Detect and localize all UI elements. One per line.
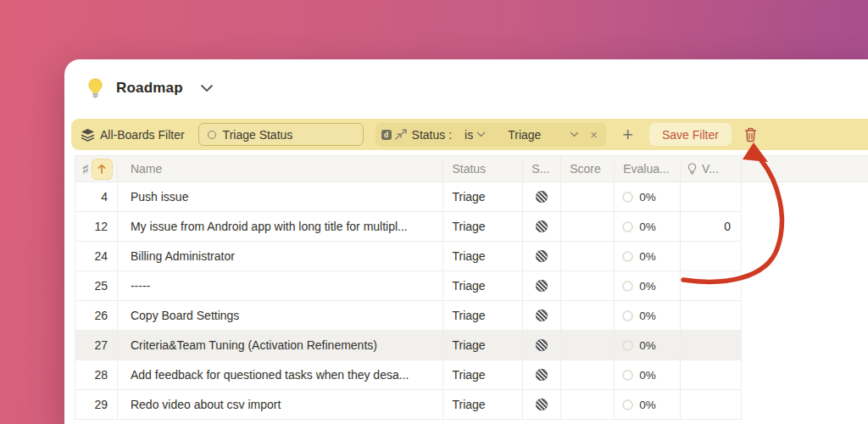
row-id-cell: 12: [75, 212, 118, 241]
table-row[interactable]: 24 Billing Administrator Triage 0%: [75, 242, 742, 271]
score-cell[interactable]: [561, 182, 615, 211]
progress-ring-icon: [622, 399, 633, 410]
status-cell[interactable]: Triage: [443, 360, 523, 389]
value-cell[interactable]: [681, 390, 742, 419]
evaluation-cell[interactable]: 0%: [615, 390, 681, 419]
row-id-cell: 29: [75, 390, 118, 419]
row-id-cell: 25: [75, 271, 118, 300]
score-cell[interactable]: [561, 331, 615, 360]
table-body: 4 Push issue Triage 0% 12 My issue from …: [75, 182, 742, 420]
striped-state-icon: [536, 369, 548, 381]
evaluation-cell[interactable]: 0%: [615, 301, 681, 330]
value-cell[interactable]: [681, 331, 742, 360]
evaluation-percent: 0%: [639, 339, 656, 352]
row-id-cell: 28: [75, 360, 118, 389]
sort-ascending-button[interactable]: [92, 159, 113, 180]
value-cell[interactable]: [681, 182, 742, 211]
status-cell[interactable]: Triage: [443, 331, 523, 360]
condition-value-label[interactable]: Triage: [508, 128, 541, 142]
task-name-cell[interactable]: -----: [118, 271, 443, 300]
column-header-state[interactable]: S...: [523, 156, 561, 181]
add-filter-button[interactable]: +: [620, 126, 635, 144]
table-row[interactable]: 26 Copy Board Settings Triage 0%: [75, 301, 742, 331]
state-cell[interactable]: [523, 301, 561, 330]
evaluation-cell[interactable]: 0%: [615, 271, 681, 300]
value-cell[interactable]: [681, 301, 742, 330]
striped-state-icon: [536, 310, 548, 321]
value-cell[interactable]: [681, 242, 742, 271]
task-name-cell[interactable]: Criteria&Team Tuning (Activation Refinem…: [118, 331, 443, 360]
lightbulb-column-icon: [687, 163, 697, 175]
task-name-cell[interactable]: Push issue: [118, 182, 443, 211]
evaluation-cell[interactable]: 0%: [615, 242, 681, 271]
row-id-cell: 24: [75, 242, 118, 271]
striped-state-icon: [536, 280, 548, 292]
score-cell[interactable]: [561, 301, 615, 330]
table-header-row: ♯ Name Status S... Score Evalua...: [75, 155, 868, 182]
column-header-name[interactable]: Name: [118, 156, 443, 181]
column-header-value[interactable]: V...: [681, 156, 742, 181]
column-header-evaluation[interactable]: Evalua...: [615, 156, 681, 181]
state-cell[interactable]: [523, 360, 561, 389]
status-cell[interactable]: Triage: [443, 242, 523, 271]
status-cell[interactable]: Triage: [443, 182, 523, 211]
table-row[interactable]: 4 Push issue Triage 0%: [75, 182, 742, 212]
app-window: Roadmap All-Boards Filter Triage Status …: [64, 59, 868, 424]
desktop-background: Roadmap All-Boards Filter Triage Status …: [0, 0, 868, 424]
status-cell[interactable]: Triage: [443, 301, 523, 330]
striped-state-icon: [536, 399, 548, 410]
column-header-status[interactable]: Status: [443, 156, 523, 181]
save-filter-button[interactable]: Save Filter: [649, 123, 732, 146]
evaluation-percent: 0%: [639, 191, 656, 204]
table-row[interactable]: 28 Add feedback for questioned tasks whe…: [75, 360, 742, 390]
value-cell[interactable]: [681, 360, 742, 389]
evaluation-percent: 0%: [639, 220, 656, 233]
state-cell[interactable]: [523, 182, 561, 211]
table-row[interactable]: 29 Redo video about csv import Triage 0%: [75, 390, 742, 420]
score-cell[interactable]: [561, 271, 615, 300]
task-name-cell[interactable]: Billing Administrator: [118, 242, 443, 271]
task-name-cell[interactable]: Copy Board Settings: [118, 301, 443, 330]
column-header-score[interactable]: Score: [561, 156, 615, 181]
state-cell[interactable]: [523, 390, 561, 419]
state-cell[interactable]: [523, 271, 561, 300]
state-cell[interactable]: [523, 242, 561, 271]
task-name-cell[interactable]: My issue from Android app with long titl…: [118, 212, 443, 241]
value-cell[interactable]: 0: [681, 212, 742, 241]
condition-field-label[interactable]: Status :: [412, 128, 452, 142]
state-cell[interactable]: [523, 331, 561, 360]
task-name-cell[interactable]: Redo video about csv import: [118, 390, 443, 419]
push-field-icon: [395, 129, 407, 140]
progress-ring-icon: [622, 281, 633, 292]
saved-filter-chip[interactable]: Triage Status: [198, 123, 364, 146]
evaluation-cell[interactable]: 0%: [615, 212, 681, 241]
state-cell[interactable]: [523, 212, 561, 241]
task-name-cell[interactable]: Add feedback for questioned tasks when t…: [118, 360, 443, 389]
all-boards-filter-label[interactable]: All-Boards Filter: [100, 128, 185, 142]
chevron-down-icon[interactable]: [200, 84, 214, 92]
column-header-id[interactable]: ♯: [75, 156, 118, 181]
condition-operator-label: is: [465, 128, 473, 142]
status-cell[interactable]: Triage: [443, 271, 523, 300]
evaluation-cell[interactable]: 0%: [615, 360, 681, 389]
evaluation-cell[interactable]: 0%: [615, 331, 681, 360]
score-cell[interactable]: [561, 242, 615, 271]
progress-ring-icon: [622, 251, 633, 262]
remove-condition-button[interactable]: ×: [590, 128, 598, 141]
table-row[interactable]: 27 Criteria&Team Tuning (Activation Refi…: [75, 331, 742, 360]
saved-filter-chip-label: Triage Status: [223, 128, 293, 142]
evaluation-cell[interactable]: 0%: [615, 182, 681, 211]
status-cell[interactable]: Triage: [443, 390, 523, 419]
table-row[interactable]: 25 ----- Triage 0%: [75, 271, 742, 301]
column-header-value-label: V...: [702, 162, 719, 176]
delete-filter-button[interactable]: [744, 127, 757, 142]
score-cell[interactable]: [561, 212, 615, 241]
status-cell[interactable]: Triage: [443, 212, 523, 241]
value-cell[interactable]: [681, 271, 742, 300]
table-row[interactable]: 12 My issue from Android app with long t…: [75, 212, 742, 242]
condition-operator-dropdown[interactable]: is: [465, 128, 486, 142]
score-cell[interactable]: [561, 360, 615, 389]
chevron-down-icon[interactable]: [570, 131, 579, 137]
score-cell[interactable]: [561, 390, 615, 419]
row-id-cell: 27: [75, 331, 118, 360]
